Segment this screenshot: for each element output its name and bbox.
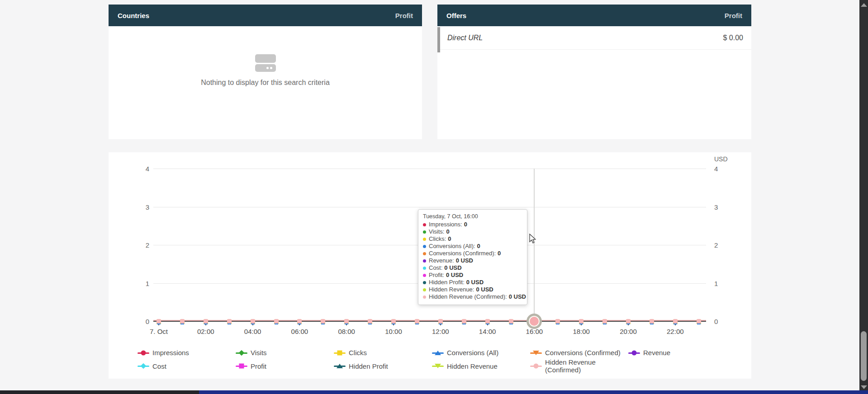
tooltip-label: Profit:	[429, 272, 444, 279]
x-axis-label: 14:00	[479, 328, 496, 335]
countries-metric-header[interactable]: Profit	[395, 12, 413, 19]
legend-label: Hidden Profit	[349, 362, 388, 370]
scrollbar-down-arrow-icon[interactable]	[861, 385, 867, 389]
tooltip-row-visits: Visits:0	[423, 228, 522, 235]
tooltip-label: Conversions (All):	[429, 243, 475, 250]
y-axis-label-right: 2	[714, 241, 718, 249]
x-axis-label: 08:00	[338, 328, 355, 335]
scrollbar-up-arrow-icon[interactable]	[861, 3, 867, 7]
offers-metric-header[interactable]: Profit	[725, 12, 742, 19]
tooltip-value: 0	[498, 250, 501, 257]
offers-panel-header: Offers Profit	[437, 5, 751, 26]
countries-panel-header: Countries Profit	[109, 5, 422, 26]
legend-label: Hidden Revenue	[447, 362, 498, 370]
data-point-08-00[interactable]	[344, 319, 349, 324]
legend-label: Conversions (Confirmed)	[545, 349, 621, 356]
legend-marker-icon	[432, 363, 444, 369]
data-point-17-00[interactable]	[555, 319, 560, 324]
card-stack-icon	[255, 54, 276, 72]
y-axis-label-left: 4	[130, 165, 149, 173]
series-bullet-icon	[423, 238, 426, 241]
tooltip-value: 0	[448, 235, 451, 243]
tooltip-label: Hidden Revenue (Confirmed):	[429, 293, 507, 300]
legend-label: Visits	[251, 349, 267, 356]
tooltip-row-cost: Cost:0 USD	[423, 264, 522, 272]
data-point-14-00[interactable]	[485, 319, 490, 324]
legend-label: Revenue	[643, 349, 670, 356]
data-point-07-00[interactable]	[320, 319, 326, 324]
tooltip-label: Visits:	[429, 228, 444, 235]
tooltip-value: 0 USD	[476, 286, 493, 293]
data-point-18-00[interactable]	[579, 319, 584, 324]
legend-marker-icon	[236, 363, 247, 369]
legend-item-hidden-revenue-confirmed[interactable]: Hidden Revenue (Confirmed)	[530, 358, 628, 374]
legend-item-conversions-all[interactable]: Conversions (All)	[432, 349, 530, 356]
data-point-04-00[interactable]	[250, 319, 256, 324]
offer-row-direct-url[interactable]: Direct URL $ 0.00	[440, 26, 751, 50]
page-scrollbar[interactable]	[859, 0, 868, 394]
bottom-edge-blue	[199, 390, 868, 394]
y-axis-label-left: 2	[130, 241, 149, 249]
chart-card: USD 44332211007. Oct02:0004:0006:0008:00…	[109, 152, 751, 379]
data-point-23-00[interactable]	[696, 319, 702, 324]
tooltip-label: Clicks:	[429, 235, 446, 243]
legend-item-revenue[interactable]: Revenue	[628, 349, 726, 356]
series-bullet-icon	[423, 223, 426, 226]
legend-item-hidden-profit[interactable]: Hidden Profit	[334, 358, 432, 374]
data-point-12-00[interactable]	[438, 319, 443, 324]
scrollbar-thumb[interactable]	[861, 331, 867, 381]
series-bullet-icon	[423, 252, 426, 255]
y-axis-label-right: 4	[714, 165, 718, 173]
tooltip-row-profit: Profit:0 USD	[423, 272, 522, 279]
tooltip-row-revenue: Revenue:0 USD	[423, 257, 522, 264]
data-point-22-00[interactable]	[673, 319, 678, 324]
legend-item-profit[interactable]: Profit	[236, 358, 334, 374]
legend-marker-icon	[530, 363, 542, 369]
data-point-09-00[interactable]	[367, 319, 373, 324]
y-axis-label-right: 1	[714, 280, 718, 287]
legend-item-impressions[interactable]: Impressions	[138, 349, 236, 356]
y-axis-label-right: 3	[714, 203, 718, 211]
data-point-13-00[interactable]	[461, 319, 467, 324]
data-point-15-00[interactable]	[508, 319, 514, 324]
legend-item-visits[interactable]: Visits	[236, 349, 334, 356]
hovered-point-halo[interactable]	[526, 314, 542, 329]
legend-label: Clicks	[349, 349, 367, 356]
legend-item-conversions-confirmed[interactable]: Conversions (Confirmed)	[530, 349, 628, 356]
x-axis-label: 7. Oct	[150, 328, 168, 335]
data-point-19-00[interactable]	[602, 319, 607, 324]
tooltip-label: Conversions (Confirmed):	[429, 250, 496, 257]
chart-gridline	[153, 207, 706, 207]
x-axis-label: 18:00	[573, 328, 590, 335]
tooltip-row-hidden-profit: Hidden Profit:0 USD	[423, 279, 522, 286]
legend-label: Profit	[251, 362, 266, 370]
legend-item-hidden-revenue[interactable]: Hidden Revenue	[432, 358, 530, 374]
x-axis-label: 12:00	[432, 328, 449, 335]
data-point-20-00[interactable]	[626, 319, 631, 324]
legend-item-cost[interactable]: Cost	[138, 358, 236, 374]
data-point-10-00[interactable]	[391, 319, 396, 324]
data-point-02-00[interactable]	[203, 319, 209, 324]
countries-panel-title: Countries	[118, 12, 149, 19]
tooltip-value: 0	[464, 221, 467, 228]
tooltip-value: 0 USD	[456, 257, 473, 264]
tooltip-row-clicks: Clicks:0	[423, 235, 522, 243]
empty-state-text: Nothing to display for this search crite…	[109, 79, 422, 87]
data-point-11-00[interactable]	[414, 319, 420, 324]
legend-marker-icon	[236, 350, 247, 356]
tooltip-row-hidden-revenue-confirmed: Hidden Revenue (Confirmed):0 USD	[423, 293, 522, 300]
series-bullet-icon	[423, 245, 426, 248]
chart-gridline	[153, 169, 706, 169]
data-point-01-00[interactable]	[180, 319, 185, 324]
series-bullet-icon	[423, 259, 426, 263]
legend-item-clicks[interactable]: Clicks	[334, 349, 432, 356]
legend-marker-icon	[334, 350, 346, 356]
data-point-03-00[interactable]	[227, 319, 232, 324]
data-point-21-00[interactable]	[649, 319, 655, 324]
tooltip-row-conversions-all: Conversions (All):0	[423, 243, 522, 250]
y-axis-label-left: 3	[130, 203, 149, 211]
data-point-05-00[interactable]	[274, 319, 279, 324]
data-point-06-00[interactable]	[297, 319, 302, 324]
x-axis-label: 20:00	[620, 328, 637, 335]
data-point-00-00[interactable]	[156, 319, 161, 324]
